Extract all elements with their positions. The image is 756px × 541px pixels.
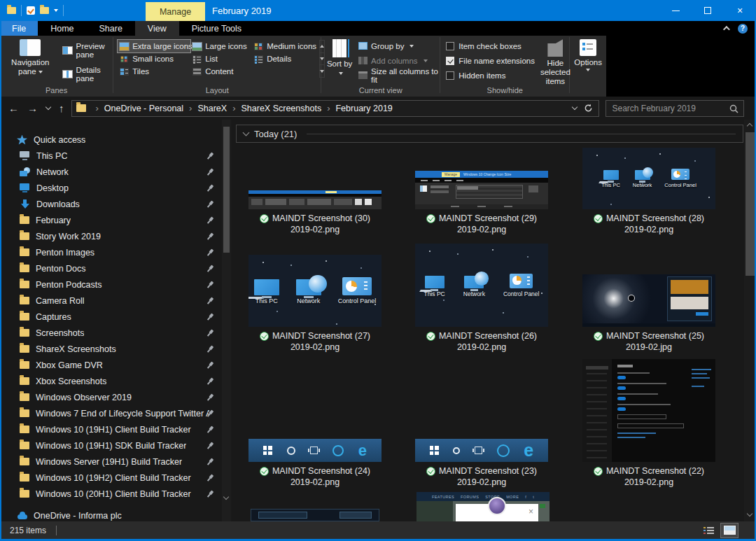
layout-tiles[interactable]: Tiles xyxy=(118,65,190,78)
breadcrumb-segment[interactable]: February 2019 xyxy=(335,104,392,113)
search-box[interactable] xyxy=(606,100,744,117)
scrollbar-thumb[interactable] xyxy=(746,132,755,276)
options-button[interactable]: Options xyxy=(574,36,602,97)
address-dropdown-icon[interactable] xyxy=(571,104,577,110)
sidebar-item-20h1-client[interactable]: Windows 10 (20H1) Client Build Tracker xyxy=(0,486,222,502)
recent-locations-icon[interactable] xyxy=(46,104,51,110)
tab-file[interactable]: File xyxy=(0,21,38,36)
sidebar-item-windows7-eol[interactable]: Windows 7 End of Lifecycle Support Twitt… xyxy=(0,405,222,421)
close-button[interactable]: × xyxy=(724,0,756,21)
file-item-28[interactable]: This PC Network Control Panel MAINDT Scr… xyxy=(582,148,715,235)
layout-content[interactable]: Content xyxy=(190,65,252,78)
sidebar-item-captures[interactable]: Captures xyxy=(0,309,222,325)
sidebar-item-this-pc[interactable]: This PC xyxy=(0,148,222,164)
chevron-down-icon[interactable] xyxy=(243,129,250,136)
scrollbar-down-icon[interactable] xyxy=(223,494,229,500)
back-button[interactable]: ← xyxy=(8,103,19,113)
layout-extra-large-icons[interactable]: Extra large icons xyxy=(118,40,190,52)
options-icon xyxy=(580,39,596,56)
sidebar-item-penton-images[interactable]: Penton Images xyxy=(0,244,222,260)
sidebar-item-xbox-screenshots[interactable]: Xbox Screenshots xyxy=(0,373,222,389)
sidebar-item-sharex-screenshots[interactable]: ShareX Screenshots xyxy=(0,341,222,357)
scrollbar-up-icon[interactable] xyxy=(747,123,752,129)
file-name-extensions-option[interactable]: File name extensions xyxy=(446,53,535,68)
sidebar-item-quick-access[interactable]: Quick access xyxy=(0,132,222,148)
scrollbar-thumb[interactable] xyxy=(223,127,230,253)
tab-picture-tools[interactable]: Picture Tools xyxy=(179,21,254,36)
hidden-items-option[interactable]: Hidden items xyxy=(446,68,535,83)
folder-icon[interactable] xyxy=(7,7,16,14)
thumbnail-view-toggle[interactable] xyxy=(721,524,738,538)
layout-medium-icons[interactable]: Medium icons xyxy=(252,40,316,52)
tab-view[interactable]: View xyxy=(135,21,179,36)
add-columns-button[interactable]: Add columns xyxy=(358,53,440,68)
layout-large-icons[interactable]: Large icons xyxy=(190,40,252,52)
layout-details[interactable]: Details xyxy=(252,52,316,65)
search-input[interactable] xyxy=(606,104,743,113)
details-view-toggle[interactable] xyxy=(700,524,717,538)
breadcrumb-segment[interactable]: ShareX Screenshots xyxy=(241,104,321,113)
file-item-24[interactable]: e MAINDT Screenshot (24)2019-02.png xyxy=(248,439,382,488)
sidebar-item-february[interactable]: February xyxy=(0,212,222,228)
sidebar-item-server-19h1[interactable]: Windows Server (19H1) Build Tracker xyxy=(0,454,222,470)
checkbox-checked[interactable] xyxy=(446,57,454,65)
sidebar-item-xbox-game-dvr[interactable]: Xbox Game DVR xyxy=(0,357,222,373)
scrollbar-down-icon[interactable] xyxy=(747,511,752,517)
sidebar-item-network[interactable]: Network xyxy=(0,164,222,180)
size-all-columns-button[interactable]: Size all columns to fit xyxy=(358,68,440,83)
sidebar-item-windows-observer[interactable]: Windows Observer 2019 xyxy=(0,389,222,405)
folder-icon[interactable] xyxy=(40,7,49,14)
folder-icon xyxy=(20,393,29,401)
sidebar-item-desktop[interactable]: Desktop xyxy=(0,180,222,196)
preview-pane-button[interactable]: Preview pane xyxy=(62,43,113,57)
group-by-button[interactable]: Group by xyxy=(358,38,440,53)
sidebar-scrollbar[interactable] xyxy=(222,120,231,521)
search-icon[interactable] xyxy=(729,104,738,113)
sidebar-item-camera-roll[interactable]: Camera Roll xyxy=(0,293,222,309)
mini-manage-label: Manage xyxy=(442,172,460,177)
file-item-22[interactable]: MAINDT Screenshot (22)2019-02.png xyxy=(582,359,715,488)
ribbon-group-options: Options xyxy=(570,36,606,97)
file-item-30[interactable]: MAINDT Screenshot (30)2019-02.png xyxy=(248,190,382,235)
file-item-partial[interactable]: FEATURES FORUMS STORE MORE f t × xyxy=(416,492,550,521)
layout-list[interactable]: List xyxy=(190,52,252,65)
breadcrumb-segment[interactable]: OneDrive - Personal xyxy=(104,104,183,113)
details-pane-button[interactable]: Details pane xyxy=(62,66,113,81)
sidebar-item-downloads[interactable]: Downloads xyxy=(0,196,222,212)
sidebar-item-screenshots[interactable]: Screenshots xyxy=(0,325,222,341)
layout-small-icons[interactable]: Small icons xyxy=(118,52,190,65)
sidebar-item-penton-docs[interactable]: Penton Docs xyxy=(0,260,222,276)
file-item-23[interactable]: e MAINDT Screenshot (23)2019-02.png xyxy=(415,439,548,488)
manage-contextual-tab[interactable]: Manage xyxy=(146,2,205,21)
sidebar-item-penton-podcasts[interactable]: Penton Podcasts xyxy=(0,276,222,293)
minimize-button[interactable] xyxy=(659,0,692,21)
ribbon-group-panes: Navigation pane Preview pane Details pan… xyxy=(0,36,113,97)
file-item-27[interactable]: This PC Network Control Panel MAINDT Scr… xyxy=(248,255,382,353)
sidebar-item-onedrive-informa[interactable]: OneDrive - Informa plc xyxy=(0,507,222,521)
small-icons-icon xyxy=(120,55,128,62)
up-button[interactable]: ↑ xyxy=(59,103,64,113)
help-icon[interactable]: ? xyxy=(738,24,748,34)
minimize-ribbon-icon[interactable] xyxy=(723,26,730,33)
breadcrumb-segment[interactable]: ShareX xyxy=(197,104,227,113)
forward-button[interactable]: → xyxy=(27,103,38,113)
file-item-29[interactable]: ManageWindows 10 Change Icon Size MAINDT… xyxy=(415,171,548,235)
checkmark-icon[interactable] xyxy=(27,6,35,15)
sidebar-item-19h2-client[interactable]: Windows 10 (19H2) Client Build Tracker xyxy=(0,470,222,486)
maximize-button[interactable] xyxy=(692,0,724,21)
refresh-icon[interactable] xyxy=(584,104,593,113)
checkbox-unchecked[interactable] xyxy=(446,42,454,50)
file-item-partial[interactable] xyxy=(251,509,384,521)
file-item-25[interactable]: MAINDT Screenshot (25)2019-02.jpg xyxy=(582,274,715,353)
address-bar[interactable]: › OneDrive - Personal › ShareX › ShareX … xyxy=(71,100,599,117)
sidebar-item-19h1-client[interactable]: Windows 10 (19H1) Client Build Tracker xyxy=(0,421,222,437)
sidebar-item-19h1-sdk[interactable]: Windows 10 (19H1) SDK Build Tracker xyxy=(0,437,222,454)
item-check-boxes-option[interactable]: Item check boxes xyxy=(446,38,535,53)
tab-share[interactable]: Share xyxy=(87,21,135,36)
file-item-26[interactable]: This PC Network Control Panel MAINDT Scr… xyxy=(415,244,548,353)
tab-home[interactable]: Home xyxy=(38,21,86,36)
group-header-today[interactable]: Today (21) xyxy=(236,125,743,143)
sidebar-item-story-work[interactable]: Story Work 2019 xyxy=(0,228,222,244)
chevron-down-icon[interactable] xyxy=(54,9,58,12)
checkbox-unchecked[interactable] xyxy=(446,71,454,80)
